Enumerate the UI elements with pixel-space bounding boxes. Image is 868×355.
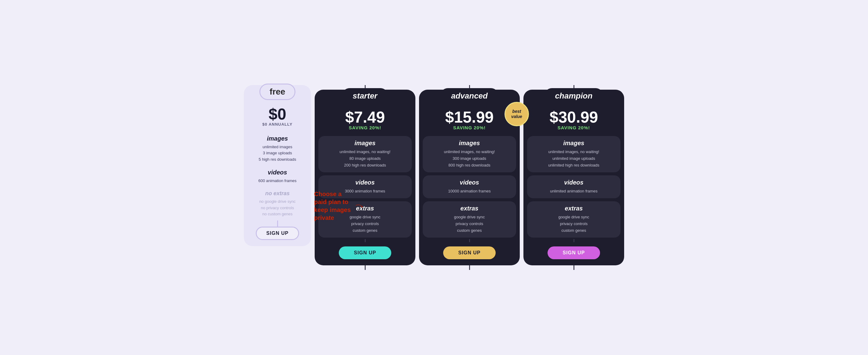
champion-videos-title: videos [533,179,614,186]
annotation-text: Choose a paid plan to keep images privat… [314,190,353,222]
free-extras-section: no extras no google drive syncno privacy… [244,187,311,221]
advanced-price: $15.99 [445,109,494,125]
champion-extras-title: extras [533,205,614,212]
starter-videos-title: videos [324,179,406,186]
advanced-extras-detail: google drive syncprivacy controlscustom … [429,214,510,234]
free-price: $0 [269,106,286,122]
starter-price: $7.49 [345,109,385,125]
champion-price: $30.99 [549,109,598,125]
advanced-images-detail: unlimited images, no waiting!300 image u… [429,149,510,169]
champion-extras-detail: google drive syncprivacy controlscustom … [533,214,614,234]
starter-images-section: images unlimited images, no waiting!80 i… [318,136,412,172]
advanced-extras-title: extras [429,205,510,212]
starter-card: starter $7.49 SAVING 20%! images unlimit… [315,90,415,266]
advanced-bottom-connector2 [469,265,470,270]
free-plan-badge: free [259,84,295,100]
free-card: free $0 $0 ANNUALLY images unlimited ima… [244,85,311,247]
starter-images-title: images [324,140,406,147]
starter-plan-badge: starter [342,88,389,104]
free-images-detail: unlimited images3 image uploads5 high re… [249,144,306,163]
starter-bottom-connector [365,239,366,242]
free-images-section: images unlimited images3 image uploads5 … [244,132,311,166]
free-images-title: images [249,135,306,142]
starter-saving: SAVING 20%! [349,125,381,130]
advanced-extras-section: extras google drive syncprivacy controls… [423,201,516,237]
advanced-plan-badge: advanced [440,88,499,104]
free-videos-section: videos 600 animation frames [244,166,311,187]
free-card-wrapper: free $0 $0 ANNUALLY images unlimited ima… [244,85,311,247]
champion-card-wrapper: champion $30.99 SAVING 20%! images unlim… [523,85,624,270]
starter-card-wrapper: starter $7.49 SAVING 20%! images unlimit… [315,85,415,270]
champion-saving: SAVING 20%! [558,125,590,130]
champion-extras-section: extras google drive syncprivacy controls… [527,201,620,237]
free-price-annual: $0 ANNUALLY [262,122,293,127]
free-bottom-connector [277,221,278,227]
champion-card: champion $30.99 SAVING 20%! images unlim… [523,90,624,266]
starter-images-detail: unlimited images, no waiting!80 image up… [324,149,406,169]
starter-bottom-connector2 [365,265,366,270]
free-signup-button[interactable]: SIGN UP [256,227,300,240]
free-extras-detail: no google drive syncno privacy controlsn… [249,198,306,218]
starter-signup-button[interactable]: SIGN UP [339,247,392,259]
advanced-videos-title: videos [429,179,510,186]
champion-videos-detail: unlimited animation frames [533,188,614,195]
champion-images-title: images [533,140,614,147]
advanced-saving: SAVING 20%! [453,125,486,130]
advanced-images-section: images unlimited images, no waiting!300 … [423,136,516,172]
advanced-videos-section: videos 10000 animation frames [423,175,516,198]
champion-videos-section: videos unlimited animation frames [527,175,620,198]
advanced-bottom-connector [469,239,470,242]
free-videos-title: videos [249,169,306,176]
advanced-images-title: images [429,140,510,147]
champion-bottom-connector [574,239,575,242]
champion-images-section: images unlimited images, no waiting!unli… [527,136,620,172]
advanced-videos-detail: 10000 animation frames [429,188,510,195]
champion-images-detail: unlimited images, no waiting!unlimited i… [533,149,614,169]
free-videos-detail: 600 animation frames [249,178,306,184]
free-extras-title: no extras [249,190,306,197]
champion-bottom-connector2 [574,265,575,270]
advanced-card: bestvalue advanced $15.99 SAVING 20%! im… [419,90,520,266]
annotation-container: Choose a paid plan to keep images privat… [314,190,363,222]
advanced-signup-button[interactable]: SIGN UP [443,247,496,259]
champion-plan-badge: champion [544,88,604,104]
advanced-card-wrapper: bestvalue advanced $15.99 SAVING 20%! im… [419,85,520,270]
best-value-badge: bestvalue [504,102,529,126]
pricing-page: free $0 $0 ANNUALLY images unlimited ima… [244,85,624,270]
champion-signup-button[interactable]: SIGN UP [548,247,600,259]
